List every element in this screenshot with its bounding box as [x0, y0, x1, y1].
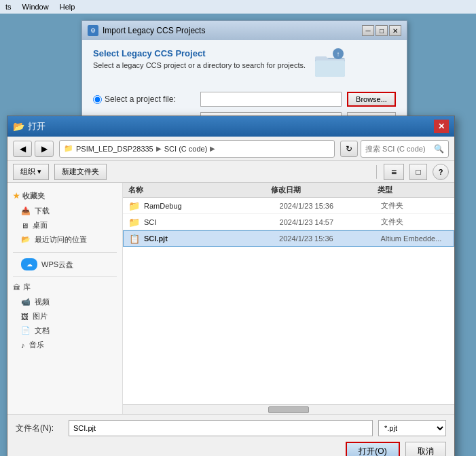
col-type-header: 类型 [378, 185, 449, 195]
select-file-text: Select a project file: [105, 94, 176, 104]
favorites-header: ★ 收藏夹 [7, 188, 122, 204]
minimize-btn[interactable]: ─ [362, 25, 374, 36]
library-icon: 🏛 [13, 283, 20, 292]
sidebar-item-desktop[interactable]: 🖥 桌面 [7, 218, 122, 232]
file-date-ramdebug: 2024/1/23 15:36 [280, 202, 382, 210]
sidebar-divider-1 [13, 252, 117, 253]
new-folder-btn[interactable]: 新建文件夹 [54, 164, 107, 180]
star-icon: ★ [13, 192, 20, 200]
select-file-row: Select a project file: Browse... [93, 92, 396, 107]
open-titlebar: 📂 打开 ✕ [7, 116, 454, 137]
sidebar-item-recent[interactable]: 📂 最近访问的位置 [7, 232, 122, 247]
import-description: Select a legacy CCS project or a directo… [93, 61, 306, 69]
wps-cloud-icon: ☁ [21, 258, 37, 270]
file-type-ramdebug: 文件夹 [381, 200, 449, 211]
project-file-input[interactable] [200, 92, 342, 107]
open-close-btn[interactable]: ✕ [434, 120, 449, 133]
browse-file-btn[interactable]: Browse... [347, 92, 396, 107]
file-icon-sci-pjt: 📋 [129, 234, 140, 244]
file-type-sci-pjt: Altium Embedde... [380, 234, 448, 243]
file-name-ramdebug: RamDebug [144, 202, 280, 210]
video-icon: 📹 [21, 298, 31, 306]
menubar: ts Window Help [0, 0, 476, 14]
file-row-ramdebug[interactable]: 📁 RamDebug 2024/1/23 15:36 文件夹 [123, 198, 454, 214]
view-toggle-btn[interactable]: □ [409, 164, 427, 180]
file-date-sci-pjt: 2024/1/23 15:36 [279, 234, 380, 243]
sidebar-divider-2 [13, 276, 117, 277]
back-btn[interactable]: ◀ [13, 141, 32, 157]
open-dialog-title: 打开 [28, 120, 430, 133]
path-folder-icon: 📁 [64, 144, 73, 153]
path-part-1: PSIM_LED_DSP28335 [76, 145, 153, 153]
sidebar-item-documents[interactable]: 📄 文档 [7, 323, 122, 338]
horizontal-scrollbar[interactable] [123, 404, 454, 414]
file-list: 📁 RamDebug 2024/1/23 15:36 文件夹 📁 SCI 202… [123, 198, 454, 404]
col-name-header: 名称 [128, 185, 271, 195]
documents-icon: 📄 [21, 326, 31, 335]
maximize-btn[interactable]: □ [376, 25, 388, 36]
col-date-header: 修改日期 [271, 185, 378, 195]
action-row: 打开(O) 取消 [16, 442, 446, 456]
import-dialog-icon: ⚙ [88, 25, 98, 36]
open-content: ★ 收藏夹 📥 下载 🖥 桌面 📂 最近访问的位置 ☁ [7, 183, 454, 414]
help-btn[interactable]: ? [433, 164, 449, 180]
path-arrow-2: ▶ [210, 145, 215, 152]
folder-icon-ramdebug: 📁 [128, 200, 140, 211]
search-icon: 🔍 [434, 144, 444, 154]
filename-input[interactable] [69, 420, 373, 436]
sidebar-item-music[interactable]: ♪ 音乐 [7, 338, 122, 352]
sidebar-item-video[interactable]: 📹 视频 [7, 295, 122, 309]
close-btn[interactable]: ✕ [389, 25, 401, 36]
import-heading: Select Legacy CCS Project [93, 48, 306, 58]
open-toolbar: ◀ ▶ 📁 PSIM_LED_DSP28335 ▶ SCI (C code) ▶… [7, 137, 454, 161]
file-type-sci: 文件夹 [381, 217, 449, 227]
recent-icon: 📂 [21, 235, 31, 244]
sidebar: ★ 收藏夹 📥 下载 🖥 桌面 📂 最近访问的位置 ☁ [7, 183, 123, 414]
import-dialog-title: Import Legacy CCS Projects [103, 26, 358, 35]
download-icon: 📥 [21, 207, 31, 215]
views-btn[interactable]: ≡ [384, 164, 404, 180]
import-folder-icon: ↑ [314, 48, 346, 81]
menu-window[interactable]: Window [20, 1, 52, 12]
titlebar-buttons: ─ □ ✕ [362, 25, 401, 36]
open-dialog: 📂 打开 ✕ ◀ ▶ 📁 PSIM_LED_DSP28335 ▶ SCI (C … [7, 116, 455, 456]
select-file-radio[interactable] [93, 95, 102, 104]
open-actions-bar: 组织 ▾ 新建文件夹 ≡ □ ? [7, 161, 454, 183]
desktop-icon: 🖥 [21, 222, 29, 230]
toolbar-divider [376, 165, 377, 179]
file-date-sci: 2024/1/23 14:57 [280, 218, 382, 226]
import-header-text: Select Legacy CCS Project Select a legac… [93, 48, 306, 69]
open-file-btn[interactable]: 打开(O) [346, 442, 400, 456]
refresh-btn[interactable]: ↻ [340, 141, 358, 157]
file-list-area: 名称 修改日期 类型 📁 RamDebug 2024/1/23 15:36 文件… [123, 183, 454, 414]
file-row-sci[interactable]: 📁 SCI 2024/1/23 14:57 文件夹 [123, 214, 454, 230]
path-arrow-1: ▶ [156, 145, 162, 152]
path-part-2: SCI (C code) [164, 145, 208, 153]
filename-row: 文件名(N): *.pjt [16, 420, 446, 436]
search-bar: 🔍 [361, 140, 449, 158]
sidebar-item-pictures[interactable]: 🖼 图片 [7, 309, 122, 323]
filetype-select[interactable]: *.pjt [378, 420, 446, 436]
open-bottom: 文件名(N): *.pjt 打开(O) 取消 [7, 414, 454, 456]
svg-text:↑: ↑ [337, 50, 340, 58]
forward-btn[interactable]: ▶ [35, 141, 54, 157]
file-list-header: 名称 修改日期 类型 [123, 183, 454, 198]
select-file-label[interactable]: Select a project file: [93, 94, 195, 104]
search-input[interactable] [365, 145, 431, 153]
scrollbar-thumb[interactable] [268, 406, 309, 413]
svg-rect-1 [315, 60, 345, 77]
library-header: 🏛 库 [7, 279, 122, 295]
import-titlebar: ⚙ Import Legacy CCS Projects ─ □ ✕ [82, 21, 407, 40]
menu-help[interactable]: Help [57, 1, 78, 12]
folder-icon-sci: 📁 [128, 217, 140, 228]
filename-label: 文件名(N): [16, 423, 63, 434]
path-bar[interactable]: 📁 PSIM_LED_DSP28335 ▶ SCI (C code) ▶ [59, 140, 335, 158]
file-row-sci-pjt[interactable]: 📋 SCI.pjt 2024/1/23 15:36 Altium Embedde… [123, 230, 454, 247]
cancel-btn[interactable]: 取消 [405, 442, 446, 456]
file-name-sci-pjt: SCI.pjt [144, 234, 279, 243]
organize-btn[interactable]: 组织 ▾ [13, 164, 49, 180]
sidebar-item-wps[interactable]: ☁ WPS云盘 [7, 256, 122, 273]
sidebar-item-download[interactable]: 📥 下载 [7, 204, 122, 218]
favorites-section: ★ 收藏夹 📥 下载 🖥 桌面 📂 最近访问的位置 [7, 188, 122, 247]
menu-ts[interactable]: ts [3, 1, 14, 12]
